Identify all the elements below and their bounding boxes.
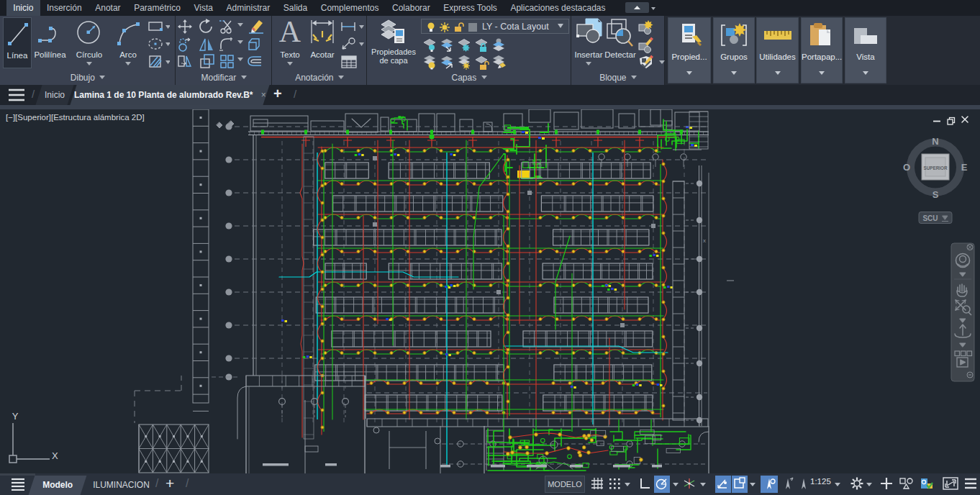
svg-text:[−][Superior][Estructura alámb: [−][Superior][Estructura alámbrica 2D] bbox=[6, 113, 145, 122]
svg-text:Y: Y bbox=[12, 411, 19, 422]
svg-text:E: E bbox=[961, 162, 968, 173]
svg-text:N: N bbox=[932, 136, 938, 147]
svg-text:SCU: SCU bbox=[922, 214, 938, 222]
svg-text:SUPERIOR: SUPERIOR bbox=[924, 165, 948, 171]
svg-text:X: X bbox=[52, 450, 58, 461]
svg-text:O: O bbox=[903, 162, 910, 173]
svg-text:x: x bbox=[703, 237, 706, 244]
svg-text:S: S bbox=[933, 189, 939, 200]
